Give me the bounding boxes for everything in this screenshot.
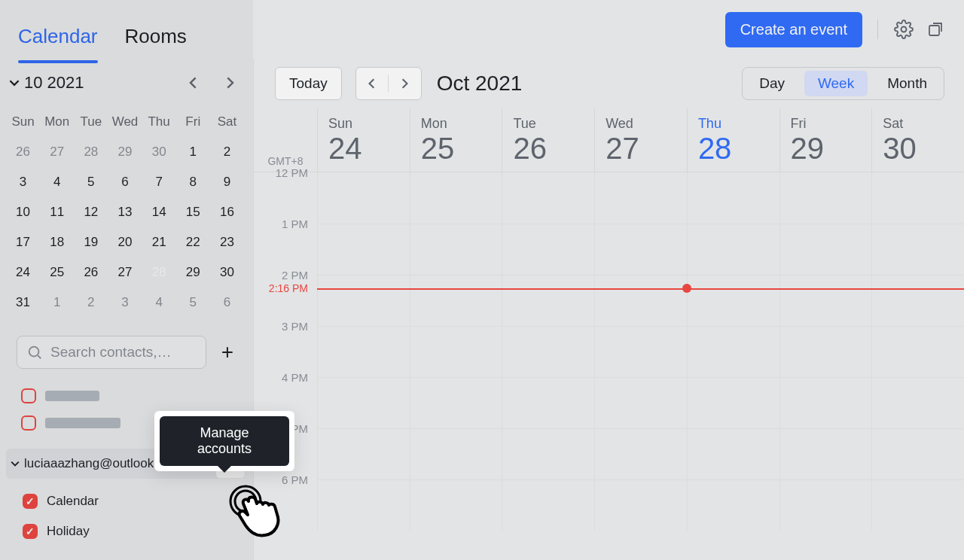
prev-week-button[interactable] [356,78,389,89]
day-column-header[interactable]: Wed27 [594,108,687,172]
time-cell[interactable] [317,275,410,326]
mini-day[interactable]: 31 [6,288,40,318]
mini-next-month[interactable] [218,72,241,94]
today-button[interactable]: Today [275,67,342,100]
mini-day[interactable]: 29 [108,137,142,167]
day-column-header[interactable]: Mon25 [410,108,502,172]
mini-prev-month[interactable] [182,72,205,94]
time-cell[interactable] [410,224,502,275]
mini-day[interactable]: 11 [40,197,74,227]
mini-day[interactable]: 2 [74,288,108,318]
mini-day[interactable]: 20 [108,227,142,257]
time-cell[interactable] [594,429,687,479]
time-cell[interactable] [594,480,687,531]
mini-day[interactable]: 28 [142,257,176,288]
mini-day[interactable]: 30 [142,137,176,167]
time-cell[interactable] [594,275,687,326]
mini-day[interactable]: 28 [74,137,108,167]
mini-day[interactable]: 10 [6,197,40,227]
view-week[interactable]: Week [804,71,868,96]
day-column-header[interactable]: Tue26 [502,108,594,172]
time-cell[interactable] [871,172,964,224]
mini-day[interactable]: 4 [142,288,176,318]
mini-day[interactable]: 22 [176,227,210,257]
tab-calendar[interactable]: Calendar [18,11,98,48]
time-cell[interactable] [594,224,687,275]
mini-day[interactable]: 6 [108,167,142,197]
time-cell[interactable] [779,275,872,326]
mini-day[interactable]: 14 [142,197,176,227]
tab-rooms[interactable]: Rooms [125,11,187,48]
mini-day[interactable]: 8 [176,167,210,197]
time-cell[interactable] [594,378,687,428]
subcalendar-item[interactable]: Calendar [23,486,244,516]
time-cell[interactable] [687,275,779,326]
mini-day[interactable]: 9 [210,167,244,197]
time-cell[interactable] [871,275,964,326]
time-cell[interactable] [871,480,964,531]
create-event-button[interactable]: Create an event [725,12,862,47]
popout-icon[interactable] [925,19,946,40]
day-column-header[interactable]: Fri29 [779,108,872,172]
time-cell[interactable] [410,327,502,377]
month-picker-toggle[interactable] [6,75,23,91]
view-month[interactable]: Month [871,68,944,99]
mini-day[interactable]: 27 [108,257,142,288]
search-contacts-input[interactable]: Search contacts,… [17,336,206,369]
time-cell[interactable] [779,327,872,377]
time-cell[interactable] [871,429,964,479]
time-cell[interactable] [687,172,779,224]
mini-day[interactable]: 25 [40,257,74,288]
mini-day[interactable]: 3 [108,288,142,318]
mini-day[interactable]: 5 [74,167,108,197]
time-cell[interactable] [779,224,872,275]
mini-day[interactable]: 23 [210,227,244,257]
time-cell[interactable] [317,429,410,479]
mini-day[interactable]: 15 [176,197,210,227]
time-cell[interactable] [871,224,964,275]
time-cell[interactable] [687,429,779,479]
time-cell[interactable] [779,429,872,479]
mini-day[interactable]: 29 [176,257,210,288]
mini-day[interactable]: 30 [210,257,244,288]
time-cell[interactable] [687,378,779,428]
mini-day[interactable]: 12 [74,197,108,227]
time-cell[interactable] [317,480,410,531]
mini-day[interactable]: 27 [40,137,74,167]
view-day[interactable]: Day [743,68,801,99]
time-cell[interactable] [779,172,872,224]
time-cell[interactable] [502,275,594,326]
time-cell[interactable] [502,480,594,531]
time-cell[interactable] [779,378,872,428]
mini-day[interactable]: 5 [176,288,210,318]
mini-day[interactable]: 1 [176,137,210,167]
mini-day[interactable]: 2 [210,137,244,167]
time-cell[interactable] [410,378,502,428]
mini-day[interactable]: 3 [6,167,40,197]
subcalendar-item[interactable]: Holiday [23,516,244,546]
time-cell[interactable] [410,429,502,479]
time-cell[interactable] [317,327,410,377]
day-column-header[interactable]: Sat30 [871,108,964,172]
mini-day[interactable]: 13 [108,197,142,227]
time-cell[interactable] [594,327,687,377]
time-cell[interactable] [502,429,594,479]
mini-day[interactable]: 1 [40,288,74,318]
day-column-header[interactable]: Sun24 [317,108,410,172]
next-week-button[interactable] [389,78,421,89]
time-cell[interactable] [871,327,964,377]
add-calendar-button[interactable]: + [217,342,238,363]
time-cell[interactable] [502,224,594,275]
time-cell[interactable] [502,327,594,377]
mini-day[interactable]: 4 [40,167,74,197]
mini-day[interactable]: 26 [74,257,108,288]
time-cell[interactable] [871,378,964,428]
mini-day[interactable]: 21 [142,227,176,257]
time-cell[interactable] [502,172,594,224]
mini-day[interactable]: 6 [210,288,244,318]
time-cell[interactable] [410,172,502,224]
time-cell[interactable] [317,224,410,275]
time-cell[interactable] [594,172,687,224]
calendar-item[interactable] [21,382,236,409]
settings-icon[interactable] [893,19,914,40]
